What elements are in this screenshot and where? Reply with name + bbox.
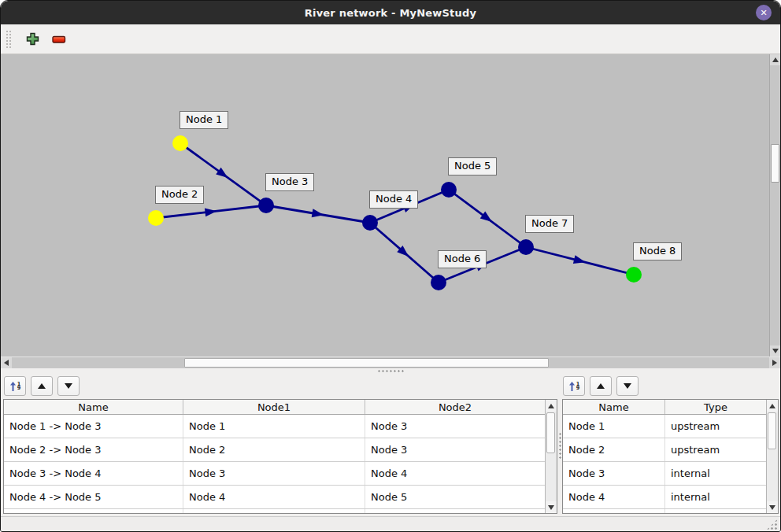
column-header[interactable]: Node2 xyxy=(365,400,545,414)
scroll-down-button[interactable] xyxy=(770,345,780,357)
edge-arrow-icon xyxy=(573,255,586,264)
table-cell xyxy=(4,509,183,514)
splitter-dots-icon xyxy=(559,432,561,460)
branches-table-scrollbar[interactable] xyxy=(545,400,557,513)
network-canvas[interactable]: Node 1Node 2Node 3Node 4Node 5Node 6Node… xyxy=(1,54,769,357)
resize-grip[interactable] xyxy=(766,519,778,530)
nodes-table-scrollbar[interactable] xyxy=(766,400,778,513)
graph-node[interactable] xyxy=(258,198,274,213)
graph-node[interactable] xyxy=(441,182,457,198)
table-row xyxy=(563,509,766,514)
nodes-table-body: Node 1upstreamNode 2upstreamNode 3intern… xyxy=(563,415,766,514)
graph-node[interactable] xyxy=(626,267,642,283)
nodes-panel: 19 NameType Node 1upstreamNode 2upstream… xyxy=(562,375,779,516)
sort-19-icon: 19 xyxy=(17,382,21,390)
triangle-up-icon xyxy=(548,404,554,408)
toolbar-drag-handle[interactable] xyxy=(6,30,12,49)
canvas-horizontal-scrollbar[interactable] xyxy=(1,357,780,368)
status-bar xyxy=(1,516,780,532)
scroll-down-button[interactable] xyxy=(546,501,557,513)
table-cell: upstream xyxy=(665,415,766,438)
branches-panel: 19 NameNode1Node2 Node 1 -> Node 3Node 1… xyxy=(3,375,557,516)
scroll-down-button[interactable] xyxy=(767,501,778,513)
table-row[interactable]: Node 2upstream xyxy=(563,438,766,462)
table-row[interactable]: Node 3internal xyxy=(563,462,766,486)
scroll-up-button[interactable] xyxy=(770,54,780,65)
graph-node[interactable] xyxy=(431,275,446,290)
branches-toolbar: 19 xyxy=(4,376,557,396)
move-node-up-button[interactable] xyxy=(590,376,612,396)
column-header[interactable]: Name xyxy=(563,400,665,414)
table-row[interactable]: Node 4 -> Node 5Node 4Node 5 xyxy=(4,486,545,509)
column-header[interactable]: Name xyxy=(4,400,183,414)
table-cell: internal xyxy=(665,486,766,508)
nodes-table: NameType Node 1upstreamNode 2upstreamNod… xyxy=(562,399,779,514)
table-cell: Node 1 -> Node 3 xyxy=(4,415,183,438)
tables-area: 19 NameNode1Node2 Node 1 -> Node 3Node 1… xyxy=(1,373,780,516)
up-arrow-icon xyxy=(38,383,46,389)
nodes-toolbar: 19 xyxy=(563,376,779,396)
table-cell: Node 4 xyxy=(183,486,365,508)
move-branch-down-button[interactable] xyxy=(57,376,80,396)
sort-arrow-icon xyxy=(568,381,576,392)
scroll-up-button[interactable] xyxy=(767,400,778,412)
down-arrow-icon xyxy=(624,383,631,389)
table-row[interactable]: Node 1upstream xyxy=(563,415,766,438)
node-label: Node 6 xyxy=(438,250,487,268)
triangle-up-icon xyxy=(772,57,779,62)
table-row[interactable]: Node 3 -> Node 4Node 3Node 4 xyxy=(4,462,545,486)
add-node-button[interactable] xyxy=(24,31,40,47)
triangle-left-icon xyxy=(4,360,9,366)
node-label: Node 3 xyxy=(265,173,314,191)
remove-node-button[interactable] xyxy=(51,31,67,47)
down-arrow-icon xyxy=(65,383,72,389)
sort-arrow-icon xyxy=(9,381,17,392)
table-cell: upstream xyxy=(665,438,766,461)
table-cell: Node 1 xyxy=(183,415,365,438)
horizontal-scroll-thumb[interactable] xyxy=(184,358,549,368)
table-cell: Node 4 xyxy=(365,462,545,485)
graph-node[interactable] xyxy=(148,210,164,226)
plus-icon xyxy=(26,32,39,46)
branches-table-body: Node 1 -> Node 3Node 1Node 3Node 2 -> No… xyxy=(4,415,545,514)
move-branch-up-button[interactable] xyxy=(31,376,53,396)
titlebar[interactable]: River network - MyNewStudy ✕ xyxy=(1,1,780,24)
table-cell: Node 4 -> Node 5 xyxy=(4,486,183,508)
window-title: River network - MyNewStudy xyxy=(305,7,476,19)
table-cell: Node 2 -> Node 3 xyxy=(4,438,183,461)
column-header[interactable]: Node1 xyxy=(183,400,365,414)
table-cell: Node 2 xyxy=(183,438,365,461)
up-arrow-icon xyxy=(597,383,605,389)
node-label: Node 1 xyxy=(180,111,228,129)
vertical-scroll-thumb[interactable] xyxy=(771,144,779,183)
scroll-left-button[interactable] xyxy=(1,357,12,368)
scroll-thumb[interactable] xyxy=(546,412,555,453)
move-node-down-button[interactable] xyxy=(616,376,638,396)
column-header[interactable]: Type xyxy=(665,400,766,414)
close-button[interactable]: ✕ xyxy=(756,5,772,20)
close-icon: ✕ xyxy=(760,9,767,17)
node-label: Node 7 xyxy=(525,215,574,233)
scroll-right-button[interactable] xyxy=(769,357,780,368)
graph-node[interactable] xyxy=(172,135,188,151)
table-cell xyxy=(563,509,665,514)
table-cell: Node 3 xyxy=(365,415,545,438)
table-row[interactable]: Node 2 -> Node 3Node 2Node 3 xyxy=(4,438,545,462)
table-cell: Node 5 xyxy=(365,486,545,508)
table-row[interactable]: Node 4internal xyxy=(563,486,766,509)
table-cell xyxy=(183,509,365,514)
table-row xyxy=(4,509,545,514)
table-cell xyxy=(665,509,766,514)
canvas-vertical-scrollbar[interactable] xyxy=(769,54,780,357)
nodes-table-header: NameType xyxy=(563,400,766,415)
sort-branches-button[interactable]: 19 xyxy=(4,376,26,396)
table-row[interactable]: Node 1 -> Node 3Node 1Node 3 xyxy=(4,415,545,438)
scroll-thumb[interactable] xyxy=(768,412,776,449)
sort-nodes-button[interactable]: 19 xyxy=(563,376,585,396)
sort-19-icon: 19 xyxy=(576,382,580,390)
graph-node[interactable] xyxy=(518,239,534,255)
node-label: Node 2 xyxy=(155,186,204,204)
graph-node[interactable] xyxy=(362,215,378,231)
table-cell: Node 2 xyxy=(563,438,665,461)
scroll-up-button[interactable] xyxy=(546,400,557,412)
